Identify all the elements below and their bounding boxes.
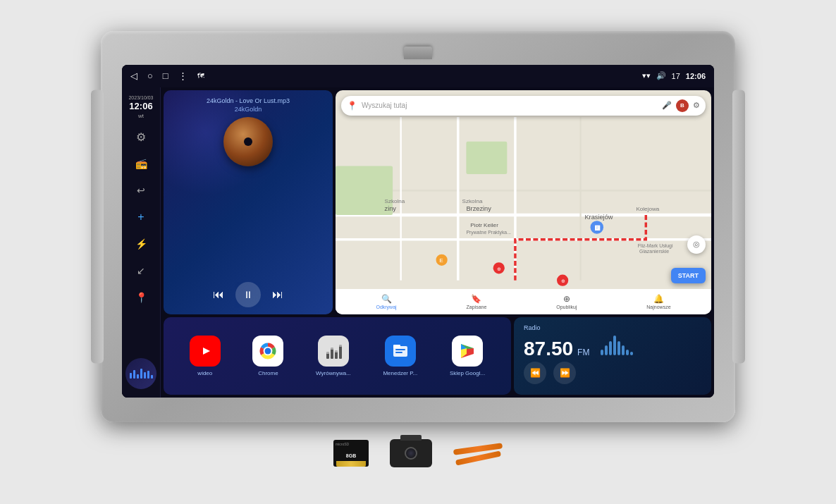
music-widget: 24kGoldn - Love Or Lust.mp3 24kGoldn ⏮ ⏸… xyxy=(164,90,333,314)
back2-btn[interactable]: ↙ xyxy=(128,258,154,283)
eq-bar-6 xyxy=(147,371,149,379)
svg-text:🅿: 🅿 xyxy=(595,225,601,231)
frame-side-left xyxy=(91,90,104,364)
map-nav-updates-label: Najnowsze xyxy=(646,305,670,309)
status-right: ▾▾ 🔊 17 12:06 xyxy=(642,71,706,80)
svg-rect-42 xyxy=(339,345,342,347)
screen-container: ◁ ○ □ ⋮ 🗺 ▾▾ 🔊 17 12:06 xyxy=(122,65,714,398)
app-label-chrome: Chrome xyxy=(258,370,278,376)
map-search-bar[interactable]: 📍 Wyszukaj tutaj 🎤 B ⚙ xyxy=(341,96,706,116)
map-nav-contribute-label: Opublikuj xyxy=(556,305,577,309)
app-item-play-store[interactable]: Sklep Googl... xyxy=(450,336,485,376)
map-nav-saved[interactable]: 🔖 Zapisane xyxy=(467,294,487,309)
map-nav-updates[interactable]: 🔔 Najnowsze xyxy=(646,294,670,309)
map-nav-explore-label: Odkrywaj xyxy=(376,305,396,309)
equalizer-app-icon xyxy=(318,336,349,367)
frame-side-right xyxy=(732,90,745,364)
next-btn[interactable]: ⏭ xyxy=(272,288,283,301)
sidebar-bottom xyxy=(122,354,160,393)
svg-text:⊕: ⊕ xyxy=(561,278,565,283)
eq-bar-1 xyxy=(130,373,132,379)
app-item-video[interactable]: wideo xyxy=(190,336,221,376)
app-label-play-store: Sklep Googl... xyxy=(450,370,485,376)
sd-card: microSD 8GB xyxy=(333,440,369,467)
map-search-text[interactable]: Wyszukaj tutaj xyxy=(362,102,658,109)
volume-icon: 🔊 xyxy=(656,71,666,80)
eq-bar-7 xyxy=(151,375,153,379)
svg-rect-40 xyxy=(331,348,333,350)
updates-icon: 🔔 xyxy=(653,294,664,304)
music-controls: ⏮ ⏸ ⏭ xyxy=(171,282,326,307)
radio-btn[interactable]: 📻 xyxy=(128,151,154,176)
map-nav-explore[interactable]: 🔍 Odkrywaj xyxy=(376,294,396,309)
play-store-icon xyxy=(452,336,483,367)
camera-accessory xyxy=(390,439,432,467)
menu-dots-icon[interactable]: ⋮ xyxy=(178,70,188,81)
location-btn[interactable]: 📍 xyxy=(128,285,154,310)
frame-bracket-top xyxy=(404,47,432,59)
svg-rect-37 xyxy=(335,352,338,359)
files-icon xyxy=(385,336,416,367)
app-item-chrome[interactable]: Chrome xyxy=(252,336,283,376)
volume-level: 17 xyxy=(672,72,680,80)
sd-card-accessory: microSD 8GB xyxy=(333,440,369,467)
chrome-icon xyxy=(252,336,283,367)
svg-text:Fliz-Mark Usługi: Fliz-Mark Usługi xyxy=(638,243,673,249)
map-start-btn[interactable]: START xyxy=(671,268,706,283)
prev-btn[interactable]: ⏮ xyxy=(213,288,224,301)
map-mic-icon[interactable]: 🎤 xyxy=(662,101,672,110)
bottom-row: wideo xyxy=(164,317,711,395)
map-location-btn[interactable]: ◎ xyxy=(687,235,706,254)
svg-text:Krasiejów: Krasiejów xyxy=(584,214,613,221)
svg-text:Brzeziny: Brzeziny xyxy=(466,205,491,212)
maps-icon[interactable]: 🗺 xyxy=(197,72,204,80)
back-nav-btn[interactable]: ↩ xyxy=(128,178,154,203)
home-icon[interactable]: ○ xyxy=(147,70,153,81)
status-left: ◁ ○ □ ⋮ 🗺 xyxy=(130,70,204,81)
svg-rect-47 xyxy=(395,352,402,353)
top-row: 24kGoldn - Love Or Lust.mp3 24kGoldn ⏮ ⏸… xyxy=(164,90,711,314)
map-profile-icon[interactable]: B xyxy=(676,99,689,112)
radio-controls: ⏪ ⏩ xyxy=(524,362,701,384)
recents-icon[interactable]: □ xyxy=(163,70,168,81)
svg-text:Szkolna: Szkolna xyxy=(385,197,405,204)
left-sidebar: 2023/10/03 12:06 wt ⚙ 📻 ↩ + ⚡ ↙ 📍 xyxy=(122,87,161,398)
saved-icon: 🔖 xyxy=(471,294,481,304)
map-widget: 📍 Wyszukaj tutaj 🎤 B ⚙ xyxy=(336,90,711,314)
map-nav-contribute[interactable]: ⊕ Opublikuj xyxy=(556,294,577,309)
app-label-video: wideo xyxy=(197,370,212,376)
svg-point-33 xyxy=(265,348,271,355)
svg-text:Szkolna: Szkolna xyxy=(462,197,483,204)
svg-text:E: E xyxy=(439,257,443,264)
app-item-equalizer[interactable]: Wyrównywa... xyxy=(316,336,351,376)
right-area: 24kGoldn - Love Or Lust.mp3 24kGoldn ⏮ ⏸… xyxy=(161,87,714,398)
equalizer-btn[interactable] xyxy=(125,358,156,389)
add-btn[interactable]: + xyxy=(128,204,154,230)
explore-icon: 🔍 xyxy=(381,294,392,304)
album-art xyxy=(223,117,273,166)
radio-next-btn[interactable]: ⏩ xyxy=(553,362,576,384)
map-settings-icon[interactable]: ⚙ xyxy=(693,101,700,110)
app-item-files[interactable]: Menedzer P... xyxy=(383,336,417,376)
pry-tools xyxy=(453,446,503,461)
bluetooth-btn[interactable]: ⚡ xyxy=(128,231,154,257)
svg-rect-46 xyxy=(395,349,405,350)
eq-bar-2 xyxy=(133,370,135,379)
app-label-files: Menedzer P... xyxy=(383,370,417,376)
settings-btn[interactable]: ⚙ xyxy=(128,124,154,149)
wifi-icon: ▾▾ xyxy=(642,71,651,80)
music-track: 24kGoldn - Love Or Lust.mp3 xyxy=(171,97,326,104)
svg-text:Prywatne Praktyka...: Prywatne Praktyka... xyxy=(466,229,511,235)
app-label-equalizer: Wyrównywa... xyxy=(316,370,351,376)
radio-frequency: 87.50 xyxy=(524,338,573,360)
svg-rect-45 xyxy=(393,345,400,348)
play-pause-btn[interactable]: ⏸ xyxy=(235,282,261,307)
svg-rect-35 xyxy=(326,353,329,359)
back-icon[interactable]: ◁ xyxy=(130,70,137,81)
apps-widget: wideo xyxy=(164,317,511,395)
map-body: Brzeziny ziny Szkolna Szkolna Piotr Keil… xyxy=(336,116,711,314)
svg-text:ziny: ziny xyxy=(385,205,397,212)
map-nav-saved-label: Zapisane xyxy=(467,305,487,309)
radio-prev-btn[interactable]: ⏪ xyxy=(524,362,546,384)
radio-band: FM xyxy=(577,348,589,357)
